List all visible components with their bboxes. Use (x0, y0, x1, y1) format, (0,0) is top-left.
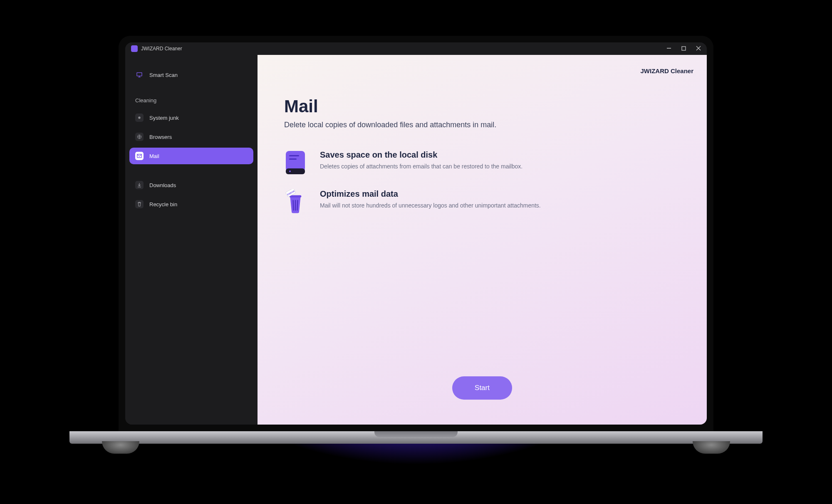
app-body: Smart Scan Cleaning System junk Brows (125, 55, 707, 425)
svg-rect-12 (289, 158, 297, 160)
svg-rect-4 (137, 73, 142, 76)
maximize-button[interactable] (681, 46, 686, 52)
laptop-foot-left (102, 441, 139, 454)
svg-line-18 (297, 200, 297, 210)
laptop-frame: JWIZARD Cleaner (119, 36, 713, 460)
app-icon (131, 45, 138, 52)
trash-error-icon: ERROR (284, 189, 307, 212)
svg-rect-11 (289, 155, 299, 156)
laptop-base (69, 431, 763, 444)
svg-rect-1 (682, 47, 686, 50)
feature-save-space: Saves space on the local disk Deletes co… (284, 150, 542, 173)
start-button[interactable]: Start (452, 376, 512, 400)
disk-icon (284, 150, 307, 173)
sidebar-item-label: Recycle bin (149, 201, 177, 208)
download-icon (135, 181, 144, 189)
monitor-icon (135, 71, 144, 79)
svg-line-16 (293, 200, 294, 210)
sidebar-item-browsers[interactable]: Browsers (129, 128, 253, 145)
sidebar-item-smart-scan[interactable]: Smart Scan (129, 67, 253, 83)
screen-bezel: JWIZARD Cleaner (119, 36, 713, 431)
svg-point-14 (289, 170, 291, 172)
feature-desc: Mail will not store hundreds of unnecess… (320, 201, 541, 210)
feature-desc: Deletes copies of attachments from email… (320, 162, 522, 170)
svg-point-7 (138, 116, 140, 119)
trash-icon (135, 200, 144, 208)
sidebar-item-label: Smart Scan (149, 72, 178, 78)
title-left: JWIZARD Cleaner (131, 45, 182, 52)
globe-icon (135, 133, 144, 141)
sidebar-item-mail[interactable]: Mail (129, 148, 253, 164)
sidebar-item-recycle-bin[interactable]: Recycle bin (129, 196, 253, 212)
content-pane: JWIZARD Cleaner Mail Delete local copies… (258, 55, 707, 425)
svg-rect-13 (286, 168, 305, 174)
page-title: Mail (284, 96, 680, 116)
page-subtitle: Delete local copies of downloaded files … (284, 121, 680, 129)
sidebar-item-label: System junk (149, 115, 179, 121)
sidebar: Smart Scan Cleaning System junk Brows (125, 55, 258, 425)
brand-label: JWIZARD Cleaner (640, 67, 693, 74)
feature-title: Optimizes mail data (320, 189, 541, 199)
laptop-feet (119, 444, 713, 460)
sidebar-item-label: Browsers (149, 134, 172, 140)
window-controls (666, 46, 701, 52)
sidebar-item-downloads[interactable]: Downloads (129, 177, 253, 193)
feature-optimize-mail: ERROR Optimizes mail data Mail will not … (284, 189, 542, 212)
sidebar-section-cleaning: Cleaning (129, 86, 253, 107)
system-junk-icon (135, 114, 144, 122)
sidebar-item-label: Mail (149, 153, 159, 159)
titlebar: JWIZARD Cleaner (125, 42, 707, 55)
minimize-button[interactable] (666, 46, 671, 52)
feature-list: Saves space on the local disk Deletes co… (284, 150, 542, 212)
feature-title: Saves space on the local disk (320, 150, 522, 160)
sidebar-item-system-junk[interactable]: System junk (129, 109, 253, 126)
app-title: JWIZARD Cleaner (141, 46, 182, 52)
sidebar-item-label: Downloads (149, 182, 176, 188)
feature-text: Optimizes mail data Mail will not store … (320, 189, 541, 210)
mail-icon (135, 152, 144, 160)
close-button[interactable] (696, 46, 701, 52)
feature-text: Saves space on the local disk Deletes co… (320, 150, 522, 170)
app-window: JWIZARD Cleaner (125, 42, 707, 425)
